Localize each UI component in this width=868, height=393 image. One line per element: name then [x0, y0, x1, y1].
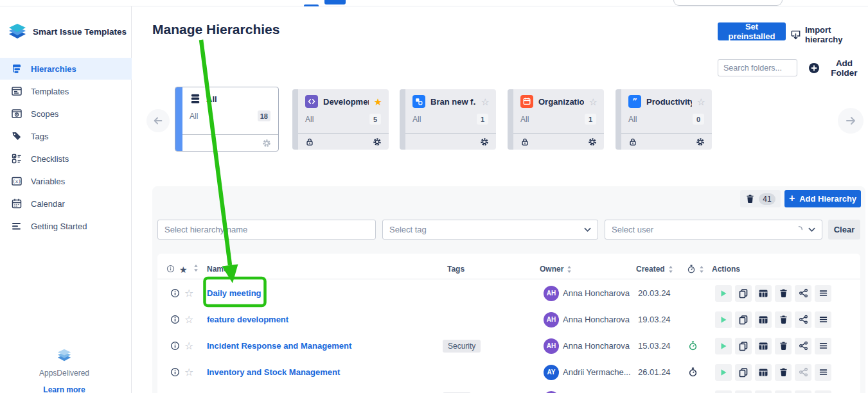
- add-folder-button[interactable]: Add Folder: [804, 59, 868, 76]
- sidebar-item-checklists[interactable]: Checklists: [0, 148, 132, 170]
- column-owner[interactable]: Owner: [540, 265, 572, 274]
- card-stripe: [508, 89, 513, 150]
- share-button[interactable]: [795, 285, 811, 302]
- table-button[interactable]: [755, 311, 772, 328]
- table-button[interactable]: [755, 390, 772, 393]
- table-row[interactable]: ☆ Daily meeting AH Anna Honcharova 20.03…: [157, 280, 860, 306]
- folder-card-all[interactable]: All All 18: [175, 87, 279, 152]
- gear-icon[interactable]: [588, 137, 597, 146]
- gear-icon[interactable]: [262, 139, 271, 148]
- gear-icon[interactable]: [696, 137, 705, 146]
- column-actions: Actions: [712, 265, 740, 274]
- column-created[interactable]: Created: [636, 265, 673, 274]
- star-column-icon[interactable]: ★: [179, 265, 188, 275]
- menu-button[interactable]: [815, 285, 831, 302]
- sort-icon[interactable]: [193, 265, 199, 272]
- hierarchy-name-link[interactable]: Inventory and Stock Management: [207, 359, 340, 385]
- favorite-star-icon[interactable]: ☆: [184, 280, 193, 306]
- favorite-star-icon[interactable]: ★: [374, 97, 382, 107]
- table-row[interactable]: ☆: [157, 385, 860, 393]
- sidebar-item-calendar[interactable]: Calendar: [0, 193, 132, 214]
- menu-button[interactable]: [815, 338, 831, 354]
- folder-name: Productivity: [646, 97, 692, 107]
- favorite-star-icon[interactable]: ☆: [481, 97, 490, 107]
- info-icon[interactable]: [170, 280, 180, 306]
- play-button[interactable]: [715, 285, 732, 302]
- share-button[interactable]: [795, 338, 811, 354]
- sidebar-item-variables[interactable]: (x) Variables: [0, 170, 132, 192]
- hierarchy-name-link[interactable]: Incident Response and Management: [207, 333, 351, 359]
- info-icon[interactable]: [170, 306, 180, 333]
- copy-button[interactable]: [735, 285, 752, 302]
- copy-button[interactable]: [735, 364, 752, 381]
- carousel-next-button[interactable]: [838, 108, 864, 134]
- sidebar-item-templates[interactable]: Templates: [0, 80, 132, 102]
- add-folder-label: Add Folder: [824, 58, 864, 78]
- share-button[interactable]: [795, 364, 811, 381]
- delete-button[interactable]: [775, 311, 792, 328]
- share-button[interactable]: [795, 390, 811, 393]
- table-row[interactable]: ☆ Incident Response and Management Secur…: [157, 333, 860, 359]
- sidebar-item-getting-started[interactable]: Getting Started: [0, 215, 132, 237]
- column-timer[interactable]: [687, 265, 704, 274]
- arrow-right-icon: [844, 114, 857, 127]
- copy-button[interactable]: [735, 338, 752, 354]
- play-button[interactable]: [715, 364, 732, 381]
- carousel-prev-button[interactable]: [146, 109, 170, 132]
- set-preinstalled-button[interactable]: Set preinstalled: [718, 22, 786, 40]
- delete-button[interactable]: [775, 364, 792, 381]
- sidebar-item-scopes[interactable]: Scopes: [0, 103, 132, 125]
- tag-filter-select[interactable]: Select tag: [382, 220, 598, 240]
- play-button[interactable]: [715, 311, 732, 328]
- column-name[interactable]: Name: [207, 265, 236, 274]
- menu-button[interactable]: [815, 311, 831, 328]
- sidebar-item-tags[interactable]: Tags: [0, 125, 132, 147]
- create-button[interactable]: [324, 0, 346, 4]
- folder-card-development[interactable]: Development ★ All 5: [292, 89, 389, 150]
- play-button[interactable]: [715, 390, 732, 393]
- delete-button[interactable]: [775, 338, 792, 354]
- hierarchy-name-link[interactable]: Daily meeting: [207, 280, 261, 306]
- trash-bin-button[interactable]: 41: [740, 190, 781, 207]
- hierarchy-name-filter-input[interactable]: [157, 220, 376, 240]
- menu-button[interactable]: [815, 364, 831, 381]
- folder-card-bran-new[interactable]: Bran new f... ☆ All 1: [400, 89, 496, 150]
- hierarchies-icon: [11, 63, 22, 74]
- global-search-input[interactable]: [673, 0, 783, 6]
- table-button[interactable]: [755, 364, 772, 381]
- table-row[interactable]: ☆ Inventory and Stock Management AY Andr…: [157, 359, 860, 385]
- favorite-star-icon[interactable]: ☆: [589, 97, 598, 107]
- share-button[interactable]: [795, 311, 811, 328]
- copy-button[interactable]: [735, 311, 752, 328]
- add-hierarchy-button[interactable]: + Add Hierarchy: [784, 190, 861, 207]
- user-filter-placeholder: Select user: [612, 225, 653, 234]
- favorite-star-icon[interactable]: ☆: [184, 359, 193, 385]
- favorite-star-icon[interactable]: ☆: [697, 97, 705, 107]
- hierarchy-name-link[interactable]: feature development: [207, 306, 288, 333]
- folder-card-organization[interactable]: Organization ☆ All 1: [508, 89, 604, 150]
- delete-button[interactable]: [775, 285, 792, 302]
- table-row[interactable]: ☆ feature development AH Anna Honcharova…: [157, 306, 860, 333]
- menu-button[interactable]: [815, 390, 831, 393]
- delete-button[interactable]: [775, 390, 792, 393]
- sidebar: Smart Issue Templates Hierarchies Templa…: [0, 6, 132, 393]
- table-button[interactable]: [755, 285, 772, 302]
- folder-card-productivity[interactable]: ” Productivity ☆ All 0: [616, 89, 712, 150]
- play-button[interactable]: [715, 338, 732, 354]
- app-logo: Smart Issue Templates: [8, 23, 127, 40]
- import-hierarchy-button[interactable]: Import hierarchy: [790, 25, 868, 44]
- favorite-star-icon[interactable]: ☆: [184, 333, 193, 359]
- info-icon[interactable]: [170, 333, 180, 359]
- copy-button[interactable]: [735, 390, 752, 393]
- gear-icon[interactable]: [373, 137, 382, 146]
- folder-count-badge: 5: [369, 114, 381, 125]
- clear-filters-button[interactable]: Clear: [828, 220, 860, 240]
- user-filter-select[interactable]: Select user: [605, 220, 822, 240]
- info-icon[interactable]: [170, 359, 180, 385]
- learn-more-link[interactable]: Learn more: [43, 385, 85, 393]
- sidebar-item-hierarchies[interactable]: Hierarchies: [0, 58, 132, 80]
- search-folders-input[interactable]: [718, 59, 797, 76]
- table-button[interactable]: [755, 338, 772, 354]
- favorite-star-icon[interactable]: ☆: [184, 306, 193, 333]
- gear-icon[interactable]: [480, 137, 489, 146]
